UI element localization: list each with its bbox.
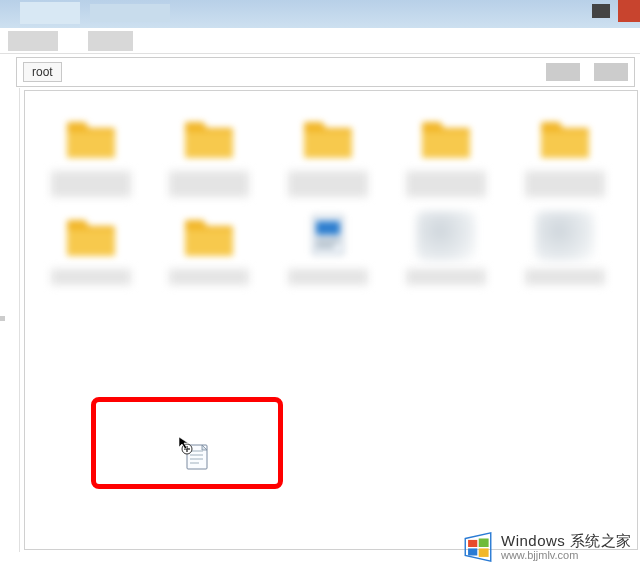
folder-icon	[293, 109, 363, 167]
file-label-blur	[525, 171, 605, 197]
file-label-blur	[406, 269, 486, 285]
file-item[interactable]	[163, 109, 255, 197]
svg-rect-3	[316, 245, 334, 248]
folder-icon	[411, 109, 481, 167]
breadcrumb-root[interactable]: root	[23, 62, 62, 82]
breadcrumb-bar: root	[16, 57, 635, 87]
svg-rect-13	[479, 539, 489, 548]
file-item[interactable]	[45, 207, 137, 285]
file-item[interactable]	[163, 207, 255, 285]
file-icon-blur	[530, 207, 600, 265]
watermark: Windows 系统之家 www.bjjmlv.com	[461, 530, 632, 564]
file-icon-blur	[411, 207, 481, 265]
window-control-blur[interactable]	[592, 4, 610, 18]
titlebar-blur-2	[90, 4, 170, 22]
file-label-blur	[288, 171, 368, 197]
titlebar-blur-1	[20, 2, 80, 24]
file-item[interactable]	[400, 207, 492, 285]
file-view[interactable]	[24, 90, 638, 550]
file-label-blur	[51, 171, 131, 197]
svg-rect-12	[468, 540, 477, 547]
file-label-blur	[51, 269, 131, 285]
folder-icon	[174, 207, 244, 265]
file-label-blur	[169, 171, 249, 197]
gutter-handle[interactable]	[0, 316, 5, 321]
watermark-url: www.bjjmlv.com	[501, 549, 632, 561]
toolbar	[0, 28, 640, 54]
close-button[interactable]	[618, 0, 640, 22]
left-panel	[0, 88, 20, 552]
windows-logo-icon	[461, 530, 495, 564]
svg-rect-14	[468, 548, 477, 555]
folder-icon	[530, 109, 600, 167]
svg-rect-15	[479, 548, 489, 557]
document-icon	[293, 207, 363, 265]
toolbar-item-blur-1[interactable]	[8, 31, 58, 51]
paste-cursor-icon	[175, 435, 211, 471]
watermark-title: Windows 系统之家	[501, 533, 632, 550]
folder-icon	[56, 207, 126, 265]
svg-rect-2	[316, 239, 340, 242]
file-item[interactable]	[519, 109, 611, 197]
file-item[interactable]	[45, 109, 137, 197]
file-item[interactable]	[282, 207, 374, 285]
file-item[interactable]	[400, 109, 492, 197]
file-label-blur	[169, 269, 249, 285]
file-label-blur	[406, 171, 486, 197]
icon-grid	[45, 109, 617, 285]
folder-icon	[56, 109, 126, 167]
file-item[interactable]	[519, 207, 611, 285]
breadcrumb-right-control-1[interactable]	[546, 63, 580, 81]
file-label-blur	[288, 269, 368, 285]
main-area	[0, 88, 640, 552]
breadcrumb-right-control-2[interactable]	[594, 63, 628, 81]
file-item[interactable]	[282, 109, 374, 197]
toolbar-item-blur-2[interactable]	[88, 31, 133, 51]
file-label-blur	[525, 269, 605, 285]
svg-rect-1	[316, 221, 340, 235]
title-bar	[0, 0, 640, 28]
folder-icon	[174, 109, 244, 167]
